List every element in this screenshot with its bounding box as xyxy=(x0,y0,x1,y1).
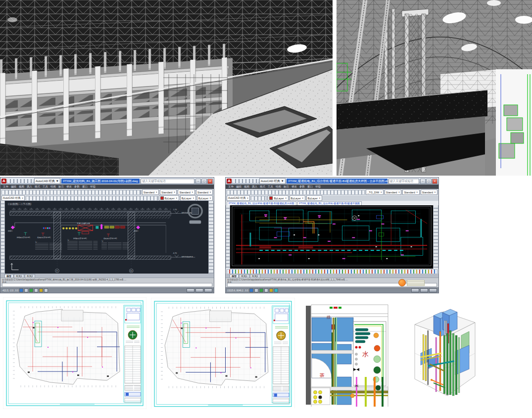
bottom-toolbar-icons[interactable] xyxy=(227,269,437,274)
ortho-toggle[interactable] xyxy=(29,288,33,292)
menu-draw[interactable]: 绘图 xyxy=(276,185,281,188)
text-style-dropdown[interactable]: Standard▼ xyxy=(142,189,159,195)
autocad-logo-icon[interactable]: A xyxy=(227,179,232,184)
polar-toggle[interactable] xyxy=(264,288,268,292)
color-control-dropdown[interactable]: ByLayer▼ xyxy=(268,195,288,201)
text-style-dropdown[interactable]: _TG_DIM▼ xyxy=(366,189,384,195)
linetype-control-dropdown[interactable]: ByLayer▼ xyxy=(180,195,196,201)
model-canvas[interactable] xyxy=(230,205,433,269)
minimize-button[interactable]: – xyxy=(420,179,426,184)
polar-toggle[interactable] xyxy=(34,288,38,292)
menu-insert[interactable]: 插入 xyxy=(27,185,32,188)
autocad-logo-icon[interactable]: A xyxy=(1,179,6,184)
model-space-button[interactable] xyxy=(187,288,194,292)
tab-model[interactable]: 模型 xyxy=(4,274,13,278)
tab-layout1[interactable]: 布局1 xyxy=(239,274,249,278)
mleader-style-dropdown[interactable]: Standard▼ xyxy=(196,189,213,195)
lineweight-control-dropdown[interactable]: ByLayer▼ xyxy=(306,195,322,201)
command-input[interactable] xyxy=(2,283,212,287)
close-button[interactable]: ✕ xyxy=(432,179,437,184)
dim-style-dropdown[interactable]: Standard▼ xyxy=(385,189,401,195)
workspace-switcher-dropdown[interactable]: AutoCAD 经典▼ xyxy=(227,195,250,201)
right-dock-toolbar[interactable] xyxy=(433,205,438,269)
table-style-dropdown[interactable]: Standard▼ xyxy=(402,189,419,195)
toolbar-icons[interactable] xyxy=(227,190,365,195)
search-input[interactable]: 键入关键字或短语 xyxy=(141,179,194,184)
titlebar[interactable]: A AutoCAD 经典▼ FTXM_暖通机电_B1_综合管线 暖通平面-B1暖… xyxy=(226,178,438,185)
layer-tool-icons[interactable] xyxy=(251,196,267,201)
ortho-toggle[interactable] xyxy=(259,288,263,292)
minimize-button[interactable]: – xyxy=(195,179,201,184)
lineweight-toggle[interactable] xyxy=(274,288,278,292)
menu-file[interactable]: 文件 xyxy=(3,185,8,188)
model-canvas[interactable]: (-)剖面图(二) (节点图) xyxy=(5,201,208,274)
chevron-down-icon: ▼ xyxy=(56,180,59,183)
workspace-dropdown[interactable]: AutoCAD 经典▼ xyxy=(34,178,60,184)
annotation-scale-button[interactable] xyxy=(195,288,203,292)
color-control-dropdown[interactable]: ByLayer▼ xyxy=(159,195,179,201)
menu-file[interactable]: 文件 xyxy=(228,185,234,188)
menu-edit[interactable]: 编辑 xyxy=(11,185,16,188)
menu-modify[interactable]: 修改 xyxy=(291,185,297,188)
menu-help[interactable]: 帮助 xyxy=(315,185,321,188)
search-input[interactable]: 键入关键字或短语 xyxy=(388,179,419,184)
menu-modify[interactable]: 修改 xyxy=(66,185,72,188)
workspace-switch-button[interactable] xyxy=(429,288,437,292)
menu-dimension[interactable]: 标注 xyxy=(58,185,64,188)
menu-format[interactable]: 格式 xyxy=(260,185,265,188)
mleader-style-dropdown[interactable]: Standard▼ xyxy=(421,189,437,195)
left-dock-toolbar[interactable] xyxy=(0,201,5,274)
menu-tools[interactable]: 工具 xyxy=(268,185,273,188)
structural-3d-render-left xyxy=(0,0,333,176)
grid-toggle[interactable] xyxy=(24,288,28,292)
menu-help[interactable]: 帮助 xyxy=(90,185,96,188)
menu-view[interactable]: 视图 xyxy=(244,185,249,188)
titlebar[interactable]: A AutoCAD 经典▼ FTXM_建筑结构_B1_施工图 2016-04-0… xyxy=(0,178,214,185)
menu-tools[interactable]: 工具 xyxy=(43,185,48,188)
menu-parametric[interactable]: 参数 xyxy=(299,185,305,188)
menu-draw[interactable]: 绘图 xyxy=(50,185,56,188)
layer-list-dropdown[interactable] xyxy=(47,196,157,201)
menu-edit[interactable]: 编辑 xyxy=(236,185,242,188)
menu-window[interactable]: 窗口 xyxy=(82,185,88,188)
doc-tab-1[interactable]: FTXM_暖通机电_B1_综合管线-暖通平面-B1暖通机房大样图 xyxy=(227,201,296,205)
menu-parametric[interactable]: 参数 xyxy=(74,185,80,188)
dim-style-dropdown[interactable]: Standard▼ xyxy=(160,189,177,195)
annotation-scale-button[interactable] xyxy=(420,288,428,292)
layer-tool-icons[interactable] xyxy=(26,196,46,201)
table-style-dropdown[interactable]: Standard▼ xyxy=(178,189,194,195)
workspace-dropdown[interactable]: AutoCAD 经典▼ xyxy=(259,178,286,184)
command-line-panel[interactable]: 自动保存到 C:\Users\lei\appdata\local\temp\FT… xyxy=(226,278,438,287)
menu-insert[interactable]: 插入 xyxy=(252,185,257,188)
linetype-control-dropdown[interactable]: ByLayer▼ xyxy=(290,195,305,201)
workspace-switch-button[interactable] xyxy=(204,288,212,292)
quick-access-toolbar[interactable] xyxy=(7,179,33,183)
osnap-toggle[interactable] xyxy=(269,288,273,292)
tab-model[interactable]: 模型 xyxy=(230,274,239,278)
quick-access-toolbar[interactable] xyxy=(233,179,258,183)
left-dock-toolbar[interactable] xyxy=(226,205,230,269)
lineweight-control-dropdown[interactable]: ByLayer▼ xyxy=(197,195,213,201)
osnap-toggle[interactable] xyxy=(39,288,43,292)
doc-tab-2[interactable]: FTXM_暖通机电_B1_综合管线-暖通平面-B1暖通平面图 xyxy=(297,201,362,205)
snap-toggle[interactable] xyxy=(249,288,253,292)
maximize-button[interactable]: ▢ xyxy=(426,179,432,184)
menu-format[interactable]: 格式 xyxy=(35,185,40,188)
tab-layout2[interactable]: 布局2 xyxy=(25,274,35,278)
maximize-button[interactable]: ▢ xyxy=(201,179,207,184)
menu-view[interactable]: 视图 xyxy=(19,185,24,188)
right-dock-toolbar[interactable] xyxy=(208,201,214,274)
grid-toggle[interactable] xyxy=(254,288,258,292)
otrack-toggle[interactable] xyxy=(44,288,48,292)
notification-badge[interactable] xyxy=(398,279,406,286)
workspace-switcher-dropdown[interactable]: AutoCAD 经典▼ xyxy=(1,195,25,201)
toolbar-icons[interactable] xyxy=(1,190,141,195)
close-button[interactable]: ✕ xyxy=(207,179,213,184)
command-line-panel[interactable]: 自动保存到 C:\Users\lei\appdata\local\temp\FT… xyxy=(0,278,214,287)
snap-toggle[interactable] xyxy=(19,288,23,292)
model-space-button[interactable] xyxy=(411,288,419,292)
menu-window[interactable]: 窗口 xyxy=(307,185,313,188)
menu-dimension[interactable]: 标注 xyxy=(284,185,289,188)
tab-layout2[interactable]: 布局2 xyxy=(250,274,260,278)
tab-layout1[interactable]: 布局1 xyxy=(14,274,24,278)
